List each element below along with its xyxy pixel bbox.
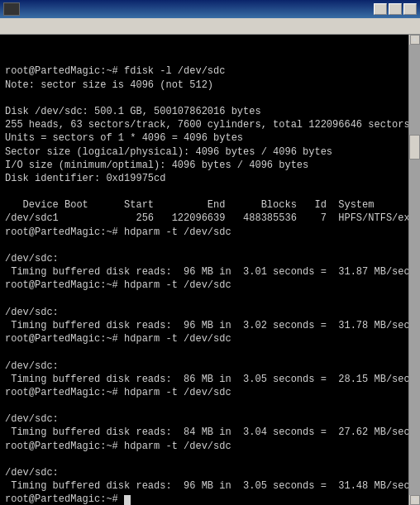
maximize-button[interactable] xyxy=(389,3,402,15)
menu-file[interactable] xyxy=(3,25,13,28)
menu-edit[interactable] xyxy=(13,25,23,28)
scroll-up-button[interactable]: ▲ xyxy=(410,35,420,45)
scrollbar-track[interactable] xyxy=(409,45,420,495)
close-button[interactable] xyxy=(403,3,417,15)
scrollbar[interactable]: ▲ ▼ xyxy=(408,35,420,505)
scroll-down-button[interactable]: ▼ xyxy=(410,495,420,505)
scrollbar-thumb[interactable] xyxy=(409,135,420,160)
terminal-output: root@PartedMagic:~# fdisk -l /dev/sdc No… xyxy=(5,64,415,505)
minimize-button[interactable] xyxy=(374,3,387,15)
menu-help[interactable] xyxy=(33,25,43,28)
titlebar xyxy=(0,0,420,18)
menu-tabs[interactable] xyxy=(23,25,33,28)
titlebar-buttons xyxy=(374,3,417,15)
terminal-cursor xyxy=(124,495,131,505)
menubar xyxy=(0,18,420,35)
terminal-area[interactable]: root@PartedMagic:~# fdisk -l /dev/sdc No… xyxy=(0,35,420,505)
titlebar-icon xyxy=(3,2,20,16)
